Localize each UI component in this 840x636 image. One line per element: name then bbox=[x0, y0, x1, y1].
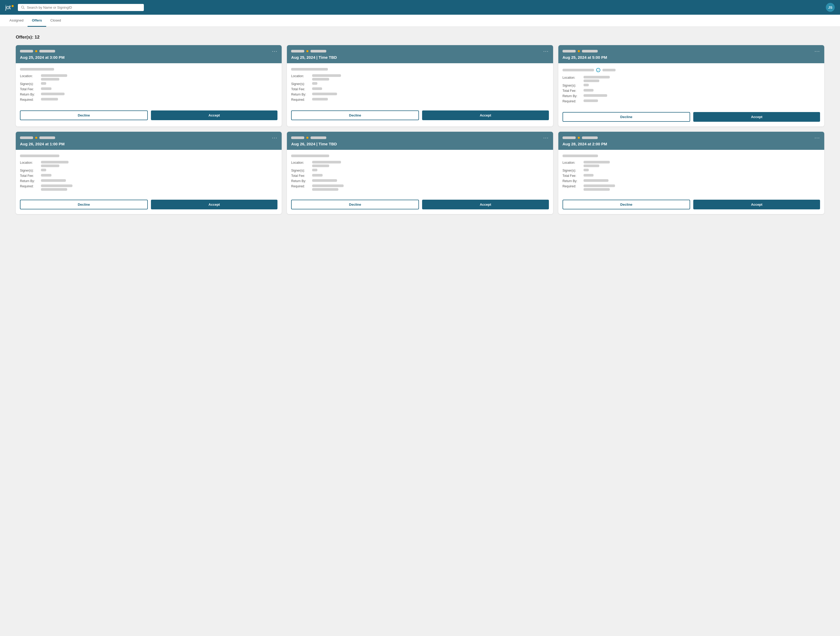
card-badges-4 bbox=[20, 137, 55, 139]
decline-button-1[interactable]: Decline bbox=[20, 110, 148, 120]
check-icon: ✓ bbox=[596, 68, 600, 72]
decline-button-4[interactable]: Decline bbox=[20, 200, 148, 209]
location-val2 bbox=[312, 165, 329, 167]
decline-button-6[interactable]: Decline bbox=[562, 200, 690, 209]
card-header-2: ··· Aug 25, 2024 | Time TBD bbox=[287, 45, 553, 63]
card-body-6: Location: Signer(s): Total Fee: bbox=[558, 150, 824, 200]
card-datetime-2: Aug 25, 2024 | Time TBD bbox=[291, 55, 549, 60]
return-val bbox=[584, 94, 607, 97]
signers-row: Signer(s): bbox=[562, 169, 820, 172]
required-row: Required: bbox=[562, 99, 820, 103]
avatar[interactable]: JS bbox=[826, 3, 835, 12]
decline-button-3[interactable]: Decline bbox=[562, 112, 690, 122]
required-val2 bbox=[41, 188, 67, 191]
decline-button-2[interactable]: Decline bbox=[291, 110, 419, 120]
location-label: Location: bbox=[562, 161, 581, 165]
badge-placeholder bbox=[291, 50, 304, 52]
card-body-1: Location: Signer(s): Total Fee: bbox=[16, 63, 282, 110]
location-row: Location: bbox=[291, 161, 549, 167]
location-val1 bbox=[312, 74, 341, 77]
card-header-1: ··· Aug 25, 2024 at 3:00 PM bbox=[16, 45, 282, 63]
accept-button-3[interactable]: Accept bbox=[693, 112, 820, 122]
card-menu-icon-4[interactable]: ··· bbox=[272, 135, 278, 140]
return-row: Return By: bbox=[562, 94, 820, 98]
search-input[interactable] bbox=[27, 6, 141, 9]
nav-tabs: Assigned Offers Closed bbox=[0, 15, 840, 27]
return-val bbox=[41, 179, 66, 182]
search-bar[interactable] bbox=[18, 4, 144, 11]
card-menu-icon-5[interactable]: ··· bbox=[543, 135, 549, 140]
card-menu-icon-3[interactable]: ··· bbox=[815, 49, 820, 54]
signers-label: Signer(s): bbox=[562, 84, 581, 87]
offer-card-3: ··· Aug 25, 2024 at 5:00 PM ✓ Location: bbox=[558, 45, 824, 126]
accept-button-6[interactable]: Accept bbox=[693, 200, 820, 209]
title-bar bbox=[20, 68, 54, 71]
accept-button-2[interactable]: Accept bbox=[422, 110, 549, 120]
location-val2 bbox=[584, 80, 599, 82]
offer-card-2: ··· Aug 25, 2024 | Time TBD Location: bbox=[287, 45, 553, 126]
tab-assigned[interactable]: Assigned bbox=[5, 15, 28, 27]
main-content: Offer(s): 12 ··· Aug 25, 2024 at 3:00 PM bbox=[0, 27, 840, 636]
signers-val bbox=[584, 169, 589, 171]
decline-button-5[interactable]: Decline bbox=[291, 200, 419, 209]
card-menu-icon-6[interactable]: ··· bbox=[815, 135, 820, 140]
location-label: Location: bbox=[20, 161, 39, 165]
location-label: Location: bbox=[291, 161, 310, 165]
accept-button-1[interactable]: Accept bbox=[151, 110, 278, 120]
location-row: Location: bbox=[20, 161, 278, 167]
cards-grid: ··· Aug 25, 2024 at 3:00 PM Location: bbox=[16, 45, 824, 214]
fee-val bbox=[312, 174, 323, 176]
badge-dot bbox=[35, 137, 37, 139]
card-menu-icon-2[interactable]: ··· bbox=[543, 49, 549, 54]
required-val bbox=[312, 98, 328, 101]
location-row: Location: bbox=[562, 161, 820, 167]
signers-row: Signer(s): bbox=[291, 169, 549, 172]
card-menu-icon-1[interactable]: ··· bbox=[272, 49, 278, 54]
offer-card-1: ··· Aug 25, 2024 at 3:00 PM Location: bbox=[16, 45, 282, 126]
fee-label: Total Fee: bbox=[20, 87, 39, 91]
return-label: Return By: bbox=[562, 179, 581, 183]
accept-button-5[interactable]: Accept bbox=[422, 200, 549, 209]
card-body-4: Location: Signer(s): Total Fee: bbox=[16, 150, 282, 200]
badge-dot bbox=[578, 50, 580, 52]
fee-row: Total Fee: bbox=[562, 174, 820, 178]
fee-row: Total Fee: bbox=[20, 87, 278, 91]
title-bar bbox=[562, 69, 594, 71]
signers-val bbox=[41, 82, 46, 85]
accept-button-4[interactable]: Accept bbox=[151, 200, 278, 209]
card-badges-5 bbox=[291, 137, 326, 139]
signers-val bbox=[312, 82, 317, 85]
required-label: Required: bbox=[562, 184, 581, 188]
card-badges-1 bbox=[20, 50, 55, 52]
offer-card-5: ··· Aug 26, 2024 | Time TBD Location: bbox=[287, 132, 553, 214]
card-datetime-6: Aug 28, 2024 at 2:00 PM bbox=[562, 142, 820, 146]
badge-placeholder bbox=[20, 137, 33, 139]
signers-row: Signer(s): bbox=[20, 82, 278, 86]
tab-closed[interactable]: Closed bbox=[46, 15, 65, 27]
badge-placeholder bbox=[562, 137, 576, 139]
badge-dot bbox=[306, 137, 308, 139]
svg-line-1 bbox=[24, 8, 25, 9]
title-bar2 bbox=[602, 69, 616, 71]
card-header-3: ··· Aug 25, 2024 at 5:00 PM bbox=[558, 45, 824, 63]
required-val2 bbox=[312, 188, 338, 191]
card-body-5: Location: Signer(s): Total Fee: bbox=[287, 150, 553, 200]
return-val bbox=[312, 179, 337, 182]
return-label: Return By: bbox=[291, 93, 310, 96]
required-val1 bbox=[41, 184, 73, 187]
card-actions-4: Decline Accept bbox=[16, 200, 282, 214]
location-label: Location: bbox=[562, 76, 581, 80]
card-datetime-1: Aug 25, 2024 at 3:00 PM bbox=[20, 55, 278, 60]
title-bar bbox=[291, 154, 329, 157]
card-datetime-3: Aug 25, 2024 at 5:00 PM bbox=[562, 55, 820, 60]
badge-placeholder bbox=[39, 50, 55, 52]
return-val bbox=[584, 179, 608, 182]
return-row: Return By: bbox=[20, 179, 278, 183]
location-val2 bbox=[41, 78, 59, 80]
tab-offers[interactable]: Offers bbox=[28, 15, 46, 27]
fee-label: Total Fee: bbox=[20, 174, 39, 178]
card-badges-3 bbox=[562, 50, 598, 52]
title-bar bbox=[291, 68, 328, 71]
card-actions-2: Decline Accept bbox=[287, 110, 553, 125]
badge-placeholder bbox=[582, 137, 598, 139]
